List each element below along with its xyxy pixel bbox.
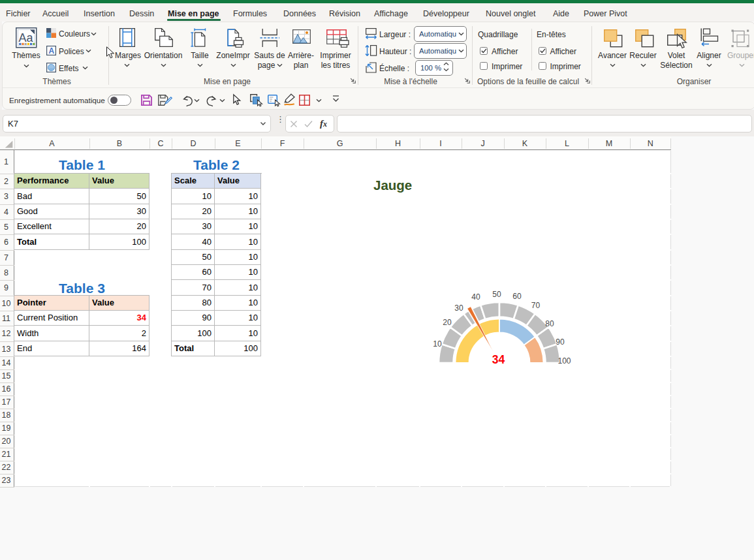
svg-text:20: 20 — [443, 318, 452, 327]
svg-text:100: 100 — [558, 356, 571, 366]
svg-text:34: 34 — [492, 353, 505, 366]
svg-text:Aa: Aa — [19, 31, 34, 44]
svg-text:90: 90 — [556, 337, 565, 347]
svg-text:40: 40 — [471, 292, 480, 302]
svg-text:60: 60 — [512, 292, 522, 301]
svg-text:30: 30 — [454, 303, 463, 313]
svg-text:80: 80 — [545, 319, 554, 328]
svg-text:10: 10 — [433, 339, 442, 349]
svg-text:A: A — [48, 46, 54, 55]
svg-text:70: 70 — [531, 301, 541, 310]
svg-text:50: 50 — [492, 290, 501, 299]
